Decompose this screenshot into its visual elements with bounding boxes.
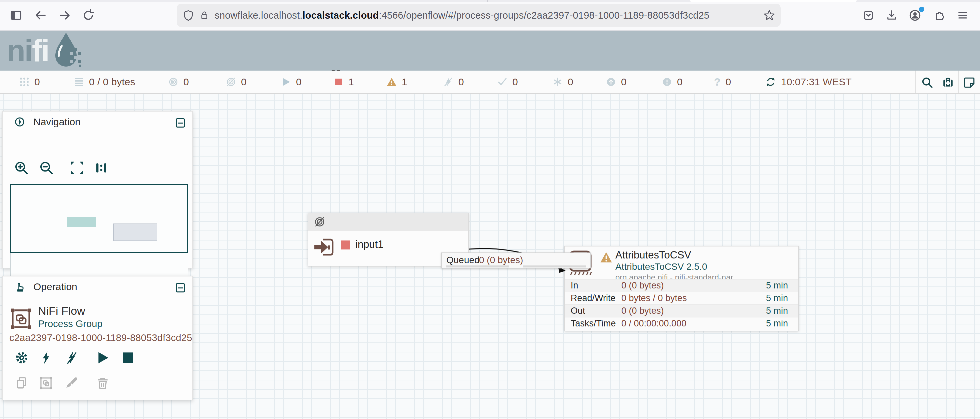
account-icon[interactable] [908, 8, 922, 23]
stat-row-in: In 0 (0 bytes) 5 min [565, 279, 798, 292]
status-queued: 0 / 0 bytes [74, 71, 135, 93]
port-status-strip [308, 213, 468, 231]
statusbar-separator [958, 71, 959, 93]
cluster-summary-button[interactable] [941, 75, 955, 90]
zoom-fit-button[interactable] [69, 160, 85, 176]
sidebar-toggle-button[interactable] [9, 8, 23, 23]
refresh-icon[interactable] [765, 76, 776, 87]
stat-window: 5 min [766, 281, 788, 291]
stat-row-out: Out 0 (0 bytes) 5 min [565, 305, 798, 317]
navigation-panel: Navigation [2, 111, 192, 268]
disabled-bolt-icon [443, 77, 453, 87]
connection-label[interactable]: Queued 0 (0 bytes) [441, 252, 591, 268]
back-button[interactable] [33, 8, 48, 23]
queued-count: 0 / 0 bytes [89, 76, 135, 87]
hand-pointer-icon [15, 282, 25, 292]
operation-panel: Operation NiFi Flow Process Group c2aa23… [2, 276, 192, 400]
port-name: input1 [355, 238, 383, 251]
stat-label: Out [571, 306, 585, 316]
not-transmitting-count: 0 [241, 76, 247, 87]
status-transmitting: 0 [168, 71, 189, 93]
queued-count-bar [446, 265, 509, 267]
status-valid: 0 [497, 71, 518, 93]
downloads-icon[interactable] [885, 8, 899, 23]
search-icon [921, 76, 933, 89]
stopped-status-square [340, 240, 350, 249]
create-group-button[interactable] [39, 376, 53, 390]
collapse-operation-button[interactable] [176, 283, 185, 292]
collapse-navigation-button[interactable] [176, 118, 185, 128]
birdseye-minimap[interactable] [10, 184, 188, 285]
sync-failure-count: 0 [725, 76, 731, 87]
locally-modified-count: 0 [677, 76, 682, 87]
stat-window: 5 min [766, 293, 788, 303]
account-notification-dot [919, 7, 924, 12]
valid-count: 0 [512, 76, 518, 87]
shield-icon[interactable] [183, 10, 194, 21]
stat-window: 5 min [766, 318, 788, 329]
operation-header[interactable]: Operation [3, 276, 192, 297]
url-bar[interactable]: snowflake.localhost.localstack.cloud:456… [177, 4, 781, 27]
processor-type: AttributesToCSV 2.5.0 [615, 262, 707, 272]
status-active-threads: 0 [19, 71, 40, 93]
browser-toolbar: snowflake.localhost.localstack.cloud:456… [0, 0, 980, 31]
browser-menu-icon[interactable] [955, 8, 970, 23]
nifi-drop-icon [51, 31, 84, 70]
processor-attributestocsv[interactable]: AttributesToCSV AttributesToCSV 2.5.0 or… [564, 246, 799, 331]
status-up-to-date: 0 [606, 71, 627, 93]
configure-button[interactable] [14, 351, 29, 365]
transmitting-count: 0 [183, 76, 189, 87]
input-port-icon [313, 238, 335, 257]
selected-flow-name: NiFi Flow [38, 305, 85, 317]
queued-list-icon [74, 77, 84, 87]
start-button[interactable] [95, 351, 110, 365]
navigation-header[interactable]: Navigation [3, 111, 192, 132]
navigation-title: Navigation [33, 116, 81, 128]
invalid-count: 1 [402, 76, 407, 87]
processor-stats: In 0 (0 bytes) 5 min Read/Write 0 bytes … [565, 279, 798, 330]
status-running: 0 [281, 71, 302, 93]
stat-row-read-write: Read/Write 0 bytes / 0 bytes 5 min [565, 292, 798, 305]
active-threads-count: 0 [34, 76, 40, 87]
running-icon [281, 77, 291, 87]
active-tab-edge [690, 0, 857, 2]
zoom-in-button[interactable] [14, 160, 29, 176]
queued-value: 0 (0 bytes) [479, 255, 523, 265]
nifi-header: nifi [0, 31, 980, 71]
reload-button[interactable] [81, 8, 95, 23]
copy-button[interactable] [14, 376, 29, 390]
status-disabled: 0 [443, 71, 464, 93]
minimap-viewport[interactable] [10, 184, 188, 253]
disabled-count: 0 [458, 76, 464, 87]
flow-canvas[interactable]: AttributesToCSV AttributesToCSV 2.5.0 or… [0, 94, 980, 419]
lock-icon[interactable] [199, 10, 209, 21]
up-to-date-count: 0 [621, 76, 627, 87]
enable-button[interactable] [39, 351, 53, 365]
first-aid-kit-icon [942, 76, 954, 89]
stat-label: In [571, 281, 578, 291]
status-refresh[interactable]: 10:07:31 WEST [765, 71, 852, 93]
search-button[interactable] [920, 75, 935, 90]
warning-triangle-icon [387, 77, 397, 87]
change-color-button[interactable] [64, 376, 79, 390]
stat-row-tasks-time: Tasks/Time 0 / 00:00:00.000 5 min [565, 317, 798, 330]
forward-button[interactable] [57, 8, 72, 23]
pocket-icon[interactable] [861, 8, 876, 23]
stat-value: 0 (0 bytes) [621, 306, 664, 316]
extensions-icon[interactable] [932, 8, 947, 23]
url-text[interactable]: snowflake.localhost.localstack.cloud:456… [215, 10, 710, 21]
warning-icon [600, 252, 612, 263]
bookmark-star-icon[interactable] [763, 10, 775, 23]
flow-status-bar: 0 0 / 0 bytes 0 0 0 1 1 0 0 0 0 0 [0, 71, 980, 94]
delete-button[interactable] [95, 376, 110, 390]
zoom-actual-size-button[interactable] [94, 160, 109, 176]
zoom-out-button[interactable] [39, 160, 54, 176]
tab-strip [0, 0, 980, 2]
up-arrow-circle-icon [606, 77, 616, 87]
stop-button[interactable] [121, 351, 135, 365]
running-count: 0 [296, 76, 302, 87]
disable-button[interactable] [64, 351, 79, 365]
compass-icon [15, 117, 25, 127]
question-mark-icon: ? [714, 76, 721, 88]
bulletin-board-button[interactable] [962, 75, 977, 90]
